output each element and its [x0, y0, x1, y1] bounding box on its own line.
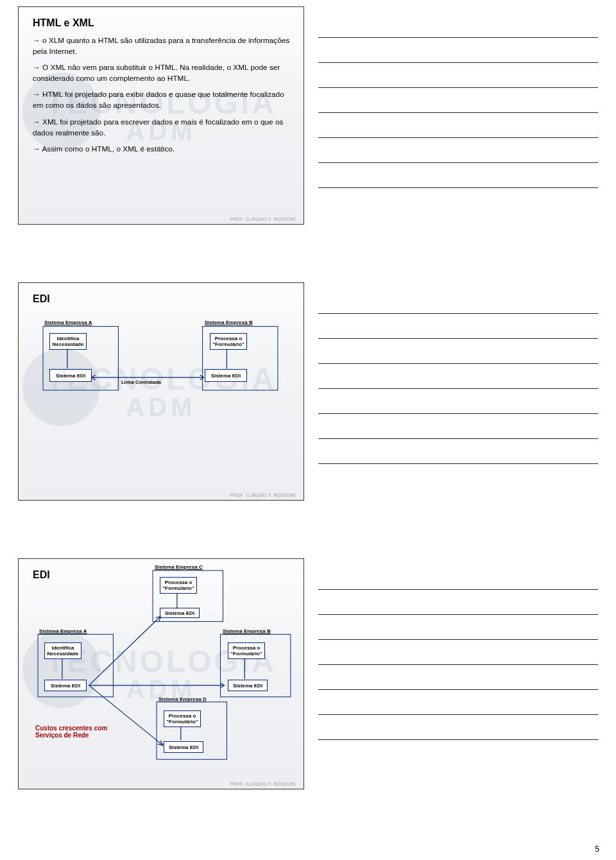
- box-identifica: Identifica Necessidade: [49, 333, 87, 350]
- label-empresa-a: Sistema Empresa A: [39, 628, 87, 634]
- row-1: TECNOLOGIA ADM HTML e XML → o XLM quanto…: [0, 0, 616, 276]
- box-processa-d: Processa o "Formulário": [164, 710, 201, 727]
- page-number: 5: [595, 845, 599, 854]
- svg-line-13: [89, 617, 160, 685]
- slide1-body: → o XLM quanto a HTML são utilizadas par…: [33, 35, 292, 155]
- box-identifica-a: Identifica Necessidade: [44, 642, 81, 659]
- label-empresa-d: Sistema Empresa D: [158, 696, 207, 702]
- bullet: → o XLM quanto a HTML são utilizadas par…: [33, 35, 292, 57]
- box-processa: Processa o "Formulário": [210, 333, 247, 350]
- label-empresa-b: Sistema Empresa B: [205, 320, 253, 325]
- box-processa-b: Processa o "Formulário": [228, 642, 265, 659]
- slide-footer: PROF. CLÁUDIO F. ROSSONI: [230, 217, 296, 221]
- box-sistema-edi-b: Sistema EDI: [205, 369, 247, 382]
- diagram-lines: [19, 283, 304, 500]
- slide1-title: HTML e XML: [33, 17, 292, 29]
- notes-area-2: [318, 282, 598, 552]
- label-empresa-a: Sistema Empresa A: [44, 320, 92, 325]
- slide-edi-1: TECNOLOGIA ADM EDI Sistema: [18, 282, 304, 501]
- box-sedi-b: Sistema EDI: [228, 680, 268, 691]
- bullet: → XML foi projetado para escrever dados …: [33, 117, 292, 139]
- label-empresa-b: Sistema Empresa B: [223, 628, 271, 634]
- bullet: → O XML não vem para substituir o HTML. …: [33, 62, 292, 84]
- row-2: TECNOLOGIA ADM EDI Sistema: [0, 276, 616, 552]
- box-sedi-d: Sistema EDI: [164, 741, 203, 753]
- box-sedi-c: Sistema EDI: [160, 608, 200, 618]
- box-sedi-a: Sistema EDI: [44, 680, 87, 691]
- cost-note: Custos crescentes com Serviços de Rede: [35, 725, 125, 739]
- label-linha: Linha Contratada: [121, 379, 161, 385]
- box-sistema-edi-a: Sistema EDI: [49, 369, 92, 382]
- slide-footer: PROF. CLÁUDIO F. ROSSONI: [230, 493, 296, 497]
- bullet: → Assim como o HTML, o XML é estático.: [33, 144, 292, 155]
- notes-area-3: [318, 558, 598, 841]
- slide-html-xml: TECNOLOGIA ADM HTML e XML → o XLM quanto…: [18, 6, 304, 225]
- slide-edi-2: TECNOLOGIA ADM EDI: [18, 558, 304, 789]
- slide-footer: PROF. CLÁUDIO F. ROSSONI: [230, 782, 296, 786]
- slide3-title: EDI: [33, 569, 292, 581]
- notes-area-1: [318, 6, 598, 276]
- bullet: → HTML foi projetado para exibir dados e…: [33, 89, 292, 111]
- page: TECNOLOGIA ADM HTML e XML → o XLM quanto…: [0, 0, 616, 860]
- slide2-title: EDI: [33, 293, 292, 305]
- row-3: TECNOLOGIA ADM EDI: [0, 552, 616, 841]
